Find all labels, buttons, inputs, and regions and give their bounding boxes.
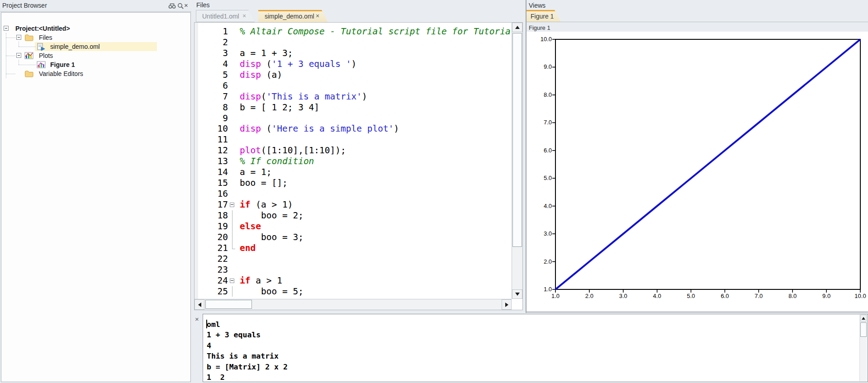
tab-untitled1-oml[interactable]: Untitled1.oml× (196, 10, 255, 22)
collapse-expander-icon[interactable] (4, 26, 9, 31)
code-text: % Altair Compose - Tutorial script file … (240, 26, 511, 37)
code-fold-collapse-icon[interactable] (230, 203, 234, 207)
console-close-icon[interactable]: × (195, 315, 199, 323)
line-number: 12 (194, 145, 228, 156)
y-axis-tick-label: 10.0 (531, 36, 552, 43)
code-line-7[interactable]: 7disp('This is a matrix') (194, 91, 512, 102)
line-number: 5 (194, 70, 228, 80)
project-tree: Project:<Untitled>Filessimple_demo.omlPl… (1, 12, 191, 382)
fold-guide-line (232, 232, 232, 243)
console-output[interactable]: oml1 + 3 equals4This is a matrixb = [Mat… (203, 314, 868, 382)
x-axis-tick-label: 10.0 (850, 293, 868, 299)
console-line: This is a matrix (207, 351, 288, 361)
code-line-18[interactable]: 18 boo = 2; (194, 210, 512, 221)
code-text: a = 1; (240, 167, 271, 178)
line-number: 16 (194, 189, 228, 199)
code-line-25[interactable]: 25 boo = 5; (194, 286, 512, 297)
tree-connector (6, 38, 15, 38)
y-axis-tick-label: 1.0 (531, 286, 552, 293)
code-line-9[interactable]: 9 (194, 113, 512, 124)
code-line-17[interactable]: 17if (a > 1) (194, 199, 512, 210)
console-vertical-scrollbar[interactable] (859, 315, 867, 381)
x-axis-tick-label: 3.0 (613, 293, 634, 299)
scroll-up-arrow-icon[interactable] (860, 315, 867, 322)
scroll-up-arrow-icon[interactable] (512, 23, 522, 32)
y-axis-tick-label: 4.0 (531, 203, 552, 209)
code-text: plot([1:10],[1:10]); (240, 145, 346, 156)
line-number: 13 (194, 156, 228, 167)
collapse-expander-icon[interactable] (16, 53, 21, 58)
folder-icon (24, 34, 33, 43)
code-line-5[interactable]: 5disp (a) (194, 70, 512, 80)
line-number: 25 (194, 286, 228, 297)
tree-item-variable-editors[interactable]: Variable Editors (1, 69, 190, 78)
code-text: % If condition (240, 156, 314, 167)
tree-item-plots[interactable]: Plots (1, 51, 190, 60)
tree-item-label: simple_demo.oml (50, 43, 100, 50)
y-axis-tick-label: 8.0 (531, 91, 552, 98)
code-text: else (240, 221, 261, 232)
code-editor[interactable]: 1% Altair Compose - Tutorial script file… (194, 22, 523, 310)
code-line-21[interactable]: 21end (194, 243, 512, 254)
code-line-12[interactable]: 12plot([1:10],[1:10]); (194, 145, 512, 156)
code-text: boo = 2; (240, 210, 304, 221)
code-line-20[interactable]: 20 boo = 3; (194, 232, 512, 243)
x-axis-tick-label: 9.0 (816, 293, 837, 299)
collapse-expander-icon[interactable] (16, 35, 21, 40)
code-text: if a > 1 (240, 275, 282, 286)
tree-item-files[interactable]: Files (1, 33, 190, 42)
line-number: 20 (194, 232, 228, 243)
code-line-11[interactable]: 11 (194, 134, 512, 145)
code-text: disp ('1 + 3 equals ') (240, 59, 356, 70)
code-text: disp('This is a matrix') (240, 91, 367, 102)
y-axis-tick-label: 7.0 (531, 119, 552, 126)
line-number: 23 (194, 265, 228, 275)
code-viewport[interactable]: 1% Altair Compose - Tutorial script file… (194, 23, 512, 299)
tree-item-label: Figure 1 (50, 61, 75, 68)
code-line-24[interactable]: 24if a > 1 (194, 275, 512, 286)
code-line-10[interactable]: 10disp ('Here is a simple plot') (194, 123, 512, 134)
binoculars-icon[interactable] (168, 3, 176, 9)
tab-simple-demo-oml[interactable]: simple_demo.oml× (258, 10, 328, 22)
figure-caption: Figure 1 (529, 24, 550, 31)
tree-item-project-untitled[interactable]: Project:<Untitled> (1, 24, 190, 33)
code-line-1[interactable]: 1% Altair Compose - Tutorial script file… (194, 26, 512, 37)
tree-item-label: Files (39, 34, 52, 41)
editor-horizontal-scrollbar[interactable] (194, 299, 512, 310)
project-browser-header-divider (0, 11, 191, 12)
code-line-4[interactable]: 4disp ('1 + 3 equals ') (194, 59, 512, 70)
code-line-19[interactable]: 19else (194, 221, 512, 232)
code-line-16[interactable]: 16 (194, 189, 512, 199)
fold-guide-line (232, 221, 232, 232)
tab-label: Untitled1.oml (202, 13, 239, 20)
horizontal-scroll-thumb[interactable] (205, 300, 252, 309)
scroll-left-arrow-icon[interactable] (194, 299, 204, 310)
code-text: boo = 5; (240, 286, 304, 297)
editor-vertical-scrollbar[interactable] (512, 23, 522, 299)
tab-close-icon[interactable]: × (242, 12, 246, 19)
code-line-13[interactable]: 13% If condition (194, 156, 512, 167)
scroll-down-arrow-icon[interactable] (512, 289, 522, 299)
x-axis-tick-label: 6.0 (714, 293, 735, 299)
tab-close-icon[interactable]: × (316, 12, 319, 19)
y-axis-tick-label: 3.0 (531, 230, 552, 237)
vertical-scroll-thumb[interactable] (512, 33, 522, 247)
tab-figure-1[interactable]: Figure 1 (526, 10, 561, 22)
console-text: oml1 + 3 equals4This is a matrixb = [Mat… (207, 319, 288, 383)
code-line-6[interactable]: 6 (194, 80, 512, 91)
code-line-15[interactable]: 15boo = []; (194, 178, 512, 189)
code-text: disp (a) (240, 70, 282, 80)
console-scroll-thumb[interactable] (860, 322, 867, 337)
tree-connector (19, 60, 19, 65)
figure-canvas (526, 32, 868, 312)
close-icon[interactable]: × (184, 1, 188, 9)
scroll-right-arrow-icon[interactable] (502, 299, 512, 310)
code-line-2[interactable]: 2 (194, 37, 512, 48)
code-line-3[interactable]: 3a = 1 + 3; (194, 48, 512, 59)
code-line-22[interactable]: 22 (194, 254, 512, 265)
code-line-23[interactable]: 23 (194, 265, 512, 275)
code-line-8[interactable]: 8b = [ 1 2; 3 4] (194, 102, 512, 113)
code-fold-collapse-icon[interactable] (230, 279, 234, 283)
code-line-14[interactable]: 14a = 1; (194, 167, 512, 178)
code-text: disp ('Here is a simple plot') (240, 123, 399, 134)
